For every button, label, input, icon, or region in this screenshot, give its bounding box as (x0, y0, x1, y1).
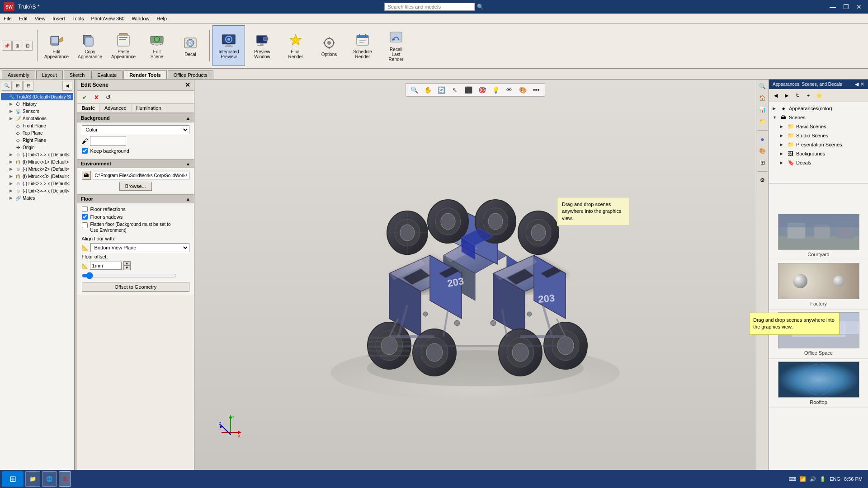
ft-item-lid2[interactable]: ▶ ⊖ (-) Lid<2>-> x (Default< (1, 180, 73, 187)
edit-appearance-button[interactable]: EditAppearance (40, 25, 73, 66)
ft-item-lid3[interactable]: ▶ ⊖ (-) Lid<3>-> x (Default< (1, 187, 73, 194)
rp-tree-basic-scenes[interactable]: ▶ 📁 Basic Scenes (778, 122, 866, 131)
toolbar-collapse[interactable]: ⊟ (23, 41, 33, 51)
restore-button[interactable]: ❐ (840, 2, 852, 11)
ri-ball-btn[interactable]: ● (758, 134, 768, 144)
rp-close-btn[interactable]: ◀ (855, 81, 859, 87)
ft-item-mates[interactable]: ▶ 🔗 Mates (1, 194, 73, 202)
toolbar-expand[interactable]: ⊞ (12, 41, 22, 51)
ft-item-truk[interactable]: ▼ 🔧 TrukAS (Default<Display St (1, 93, 73, 100)
vp-select-btn[interactable]: ↖ (449, 84, 461, 95)
ri-search-btn[interactable]: 🔍 (758, 81, 768, 91)
taskbar-chrome[interactable]: 🌐 (42, 471, 57, 487)
scene-courtyard[interactable]: Courtyard (769, 211, 868, 260)
tab-layout[interactable]: Layout (36, 70, 63, 79)
floor-reflections-checkbox[interactable] (82, 206, 88, 212)
es-tab-advanced[interactable]: Advanced (100, 104, 132, 112)
environment-section-header[interactable]: Environment ▲ (77, 159, 194, 168)
browse-button[interactable]: Browse... (119, 182, 152, 191)
color-swatch[interactable] (90, 136, 126, 146)
background-section-header[interactable]: Background ▲ (77, 113, 194, 122)
vp-pan-btn[interactable]: ✋ (422, 84, 434, 95)
menu-window[interactable]: Window (128, 15, 153, 22)
rp-tree-decals[interactable]: ▶ 🔖 Decals (778, 158, 866, 167)
rp-tree-appearances[interactable]: ▶ ● Appearances(color) (771, 104, 866, 113)
rp-tree-backgrounds[interactable]: ▶ 🖼 Backgrounds (778, 149, 866, 158)
menu-insert[interactable]: Insert (49, 15, 69, 22)
scene-factory[interactable]: Factory (769, 260, 868, 310)
tab-assembly[interactable]: Assembly (2, 70, 35, 79)
floor-section-header[interactable]: Floor ▲ (77, 194, 194, 203)
ft-item-annotations[interactable]: ▶ 📝 Annotations (1, 115, 73, 122)
ft-item-mtruck1[interactable]: ▶ (f) (f) Mtruck<1> (Default< (1, 158, 73, 165)
menu-view[interactable]: View (31, 15, 49, 22)
rp-expand-btn[interactable]: ✕ (860, 81, 864, 87)
minimize-button[interactable]: — (827, 2, 839, 11)
preview-window-button[interactable]: PreviewWindow (246, 25, 278, 66)
decal-button[interactable]: D Decal (174, 25, 207, 66)
ri-home-btn[interactable]: 🏠 (758, 93, 768, 103)
menu-photoview[interactable]: PhotoView 360 (88, 15, 128, 22)
ft-item-sensors[interactable]: ▶ 📡 Sensors (1, 108, 73, 115)
floor-offset-slider[interactable] (82, 272, 177, 279)
ft-item-lid1[interactable]: ▶ ⊖ (-) Lid<1>-> x (Default< (1, 151, 73, 158)
tab-evaluate[interactable]: Evaluate (91, 70, 123, 79)
es-tab-basic[interactable]: Basic (77, 104, 100, 112)
paint-icon[interactable]: 🖌 (82, 137, 88, 145)
toolbar-pin[interactable]: 📌 (2, 41, 12, 51)
taskbar-file-explorer[interactable]: 📁 (25, 471, 40, 487)
vp-rotate-btn[interactable]: 🔄 (435, 84, 447, 95)
paste-appearance-button[interactable]: PasteAppearance (107, 25, 140, 66)
es-tab-illumination[interactable]: Illumination (132, 104, 166, 112)
close-button[interactable]: ✕ (854, 2, 864, 11)
floor-offset-down-btn[interactable]: ▼ (123, 266, 131, 270)
vp-appearance-btn[interactable]: 🎨 (517, 84, 528, 95)
ft-item-origin[interactable]: ✛ Origin (1, 144, 73, 151)
search-input[interactable] (385, 3, 475, 11)
options-button[interactable]: Options (313, 25, 345, 66)
menu-edit[interactable]: Edit (15, 15, 31, 22)
recall-last-render-button[interactable]: RecallLastRender (380, 25, 412, 66)
menu-file[interactable]: File (0, 15, 15, 22)
floor-offset-up-btn[interactable]: ▲ (123, 261, 131, 266)
vp-view-btn[interactable]: 🎯 (476, 84, 488, 95)
rp-tree-studio-scenes[interactable]: ▶ 📁 Studio Scenes (778, 131, 866, 140)
rp-forward-btn[interactable]: ▶ (782, 90, 792, 100)
rp-favorite-btn[interactable]: ⭐ (814, 90, 824, 100)
ri-extra-btn[interactable]: ⚙ (758, 175, 768, 185)
environment-path-input[interactable] (93, 172, 189, 179)
ft-item-mtruck2[interactable]: ▶ ⊖ (-) Mtruck<2> (Default< (1, 165, 73, 173)
rp-back-btn[interactable]: ◀ (771, 90, 781, 100)
ft-item-top-plane[interactable]: ◇ Top Plane (1, 129, 73, 136)
ri-layers-btn[interactable]: ⊞ (758, 158, 768, 168)
integrated-preview-button[interactable]: IntegratedPreview (212, 25, 245, 66)
rp-refresh-btn[interactable]: ↻ (793, 90, 802, 100)
tab-office-products[interactable]: Office Products (168, 70, 213, 79)
es-cancel-btn[interactable]: ✘ (92, 92, 102, 102)
menu-help[interactable]: Help (153, 15, 171, 22)
floor-offset-input[interactable] (90, 262, 122, 270)
search-icon[interactable]: 🔍 (477, 4, 484, 10)
schedule-render-button[interactable]: ScheduleRender (346, 25, 379, 66)
ft-close-btn[interactable]: ◀ (62, 81, 72, 91)
edit-scene-close-btn[interactable]: ✕ (185, 81, 190, 89)
es-confirm-btn[interactable]: ✔ (80, 92, 90, 102)
vp-more-btn[interactable]: ••• (530, 84, 542, 95)
es-reset-btn[interactable]: ↺ (104, 92, 113, 102)
rp-tree-presentation-scenes[interactable]: ▶ 📁 Presentation Scenes (778, 140, 866, 149)
rp-add-btn[interactable]: + (803, 90, 813, 100)
ft-item-front-plane[interactable]: ◇ Front Plane (1, 122, 73, 129)
rp-tree-scenes[interactable]: ▼ 🏔 Scenes (771, 113, 866, 122)
menu-tools[interactable]: Tools (69, 15, 88, 22)
flatten-floor-checkbox[interactable] (82, 222, 88, 228)
vp-section-btn[interactable]: ⬛ (462, 84, 474, 95)
taskbar-solidworks[interactable]: S (59, 471, 71, 487)
start-button[interactable]: ⊞ (2, 471, 24, 487)
ri-folder-btn[interactable]: 📁 (758, 117, 768, 127)
ft-expand-btn[interactable]: ⊞ (13, 81, 23, 91)
keep-background-checkbox[interactable] (82, 148, 88, 154)
ri-chart-btn[interactable]: 📊 (758, 105, 768, 115)
floor-shadows-checkbox[interactable] (82, 214, 88, 220)
edit-scene-button[interactable]: EditScene (141, 25, 173, 66)
ft-search-btn[interactable]: 🔍 (2, 81, 12, 91)
